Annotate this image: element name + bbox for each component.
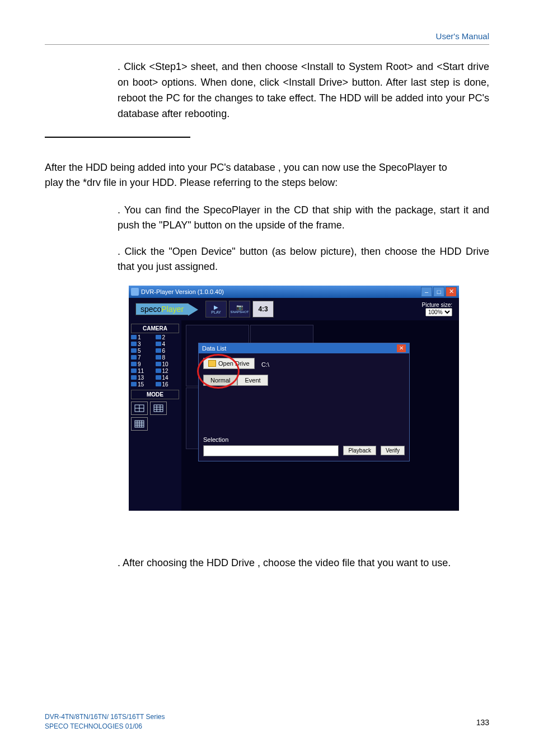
folder-icon: [208, 360, 216, 367]
mode-header: MODE: [131, 390, 179, 399]
camera-icon: [156, 342, 161, 346]
open-drive-button[interactable]: Open Drive: [203, 358, 255, 369]
page-header: User's Manual: [45, 31, 489, 41]
camera-cell[interactable]: 5: [131, 348, 155, 354]
camera-grid: 1 2 3 4 5 6 7 8 9 10 11 12 13 14: [131, 334, 179, 388]
camera-cell[interactable]: 14: [156, 375, 180, 381]
tab-normal[interactable]: Normal: [203, 375, 237, 386]
play-button[interactable]: ▶PLAY: [205, 301, 227, 318]
camera-icon: [131, 335, 137, 339]
selection-input[interactable]: [203, 445, 339, 456]
footer-line-2: SPECO TECHNOLOGIES 01/06: [45, 722, 165, 731]
step-open-device: . Click the "Open Device" button (as bel…: [118, 244, 489, 274]
camera-icon: [131, 375, 137, 380]
paragraph-after-hdd: After the HDD being added into your PC's…: [45, 160, 489, 190]
header-rule: [45, 44, 489, 45]
camera-cell[interactable]: 3: [131, 341, 155, 347]
page-number: 133: [476, 718, 489, 727]
top-toolbar: specoPlayer ▶PLAY 📷SNAPSHOT 4:3 Picture …: [129, 298, 459, 320]
step-find-player: . You can find the SpecoPlayer in the CD…: [118, 203, 489, 233]
mode-nine-icon[interactable]: [150, 402, 167, 415]
minimize-button[interactable]: –: [421, 287, 432, 297]
camera-cell[interactable]: 16: [156, 381, 180, 388]
camera-icon: [131, 382, 137, 386]
camera-cell[interactable]: 12: [156, 368, 180, 374]
window-titlebar: DVR-Player Version (1.0.0.40) – □ ✕: [129, 286, 459, 298]
maximize-button[interactable]: □: [433, 287, 444, 297]
brand-tab: specoPlayer: [135, 303, 189, 315]
camera-cell[interactable]: 15: [131, 381, 155, 388]
camera-icon: [156, 348, 161, 353]
camera-icon: [156, 368, 161, 373]
footer: DVR-4TN/8TN/16TN/ 16TS/16TT Series SPECO…: [45, 712, 165, 731]
window-title: DVR-Player Version (1.0.0.40): [141, 288, 224, 295]
camera-cell[interactable]: 1: [131, 334, 155, 340]
close-button[interactable]: ✕: [446, 287, 457, 297]
drive-path: C:\: [261, 361, 269, 368]
picture-size-select[interactable]: 100%: [425, 308, 452, 316]
camera-icon: [156, 382, 161, 386]
sidebar: CAMERA 1 2 3 4 5 6 7 8 9 10 11 12: [129, 320, 181, 511]
camera-cell[interactable]: 13: [131, 375, 155, 381]
aspect-ratio-button[interactable]: 4:3: [252, 301, 274, 318]
video-area: Data List ✕ Open Drive C:\ Normal Event: [181, 320, 392, 511]
player-window: DVR-Player Version (1.0.0.40) – □ ✕ spec…: [129, 286, 459, 511]
verify-button[interactable]: Verify: [381, 446, 405, 455]
step-choose-file: . After choosing the HDD Drive , choose …: [118, 556, 489, 571]
camera-cell[interactable]: 9: [131, 361, 155, 367]
data-list-dialog: Data List ✕ Open Drive C:\ Normal Event: [198, 343, 410, 461]
camera-cell[interactable]: 7: [131, 354, 155, 361]
footer-line-1: DVR-4TN/8TN/16TN/ 16TS/16TT Series: [45, 712, 165, 722]
section-rule: [45, 137, 190, 138]
embedded-screenshot: DVR-Player Version (1.0.0.40) – □ ✕ spec…: [129, 286, 459, 511]
camera-cell[interactable]: 2: [156, 334, 180, 340]
svg-rect-3: [154, 405, 163, 412]
dialog-close-button[interactable]: ✕: [397, 344, 406, 352]
picture-size-control: Picture size: 100%: [422, 302, 452, 316]
playback-button[interactable]: Playback: [343, 446, 376, 455]
snapshot-button[interactable]: 📷SNAPSHOT: [229, 301, 250, 318]
camera-icon: [131, 355, 137, 360]
camera-cell[interactable]: 4: [156, 341, 180, 347]
camera-cell[interactable]: 11: [131, 368, 155, 374]
mode-sixteen-icon[interactable]: [131, 417, 148, 431]
tab-event[interactable]: Event: [237, 375, 268, 386]
mode-quad-icon[interactable]: [131, 402, 148, 415]
camera-cell[interactable]: 8: [156, 354, 180, 361]
camera-cell[interactable]: 6: [156, 348, 180, 354]
camera-icon: [131, 362, 137, 366]
camera-icon: [156, 355, 161, 360]
camera-icon: [131, 348, 137, 353]
camera-icon: [156, 362, 161, 366]
selection-label: Selection: [203, 436, 405, 443]
camera-icon: [131, 368, 137, 373]
paragraph-step-install: . Click <Step1> sheet, and then choose <…: [118, 59, 489, 122]
camera-cell[interactable]: 10: [156, 361, 180, 367]
app-icon: [131, 288, 139, 296]
dialog-titlebar: Data List ✕: [199, 343, 409, 353]
camera-icon: [131, 342, 137, 346]
camera-icon: [156, 335, 161, 339]
camera-icon: [156, 375, 161, 380]
camera-header: CAMERA: [131, 324, 179, 333]
